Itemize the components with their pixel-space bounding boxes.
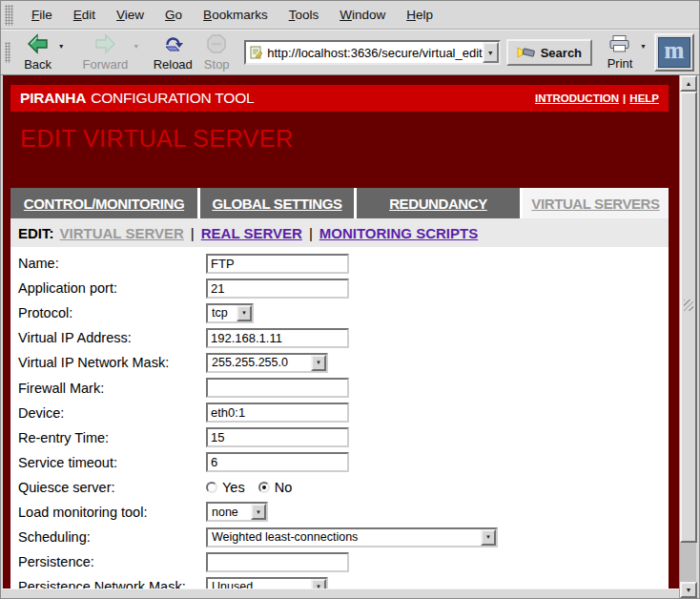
url-input[interactable]: http://localhost:3636/secure/virtual_edi… [267, 46, 482, 60]
select-value-sched: Weighted least-connections [212, 530, 481, 544]
select-sched[interactable]: Weighted least-connections▼ [206, 527, 498, 547]
input-timeout[interactable]: 6 [206, 452, 349, 472]
select-value-protocol: tcp [212, 306, 237, 320]
select-loadmon[interactable]: none▼ [206, 502, 268, 522]
menu-bookmarks[interactable]: Bookmarks [193, 8, 278, 22]
print-dropdown-caret-icon[interactable]: ▼ [640, 43, 647, 50]
scrollbar-thumb[interactable] [680, 92, 697, 543]
input-value-name: FTP [211, 257, 235, 271]
select-value-loadmon: none [212, 506, 251, 519]
forward-button[interactable]: Forward [78, 32, 134, 72]
reload-button[interactable]: Reload [153, 32, 193, 72]
banner-link-help[interactable]: HELP [629, 93, 659, 104]
input-vip[interactable]: 192.168.1.11 [206, 328, 349, 348]
radio-label-no: No [275, 480, 293, 495]
input-port[interactable]: 21 [206, 279, 349, 299]
stop-label: Stop [204, 58, 230, 72]
subnav-links: VIRTUAL SERVER|REAL SERVER|MONITORING SC… [60, 225, 479, 241]
menu-file[interactable]: File [21, 8, 63, 22]
toolbar-grip-handle[interactable] [5, 42, 10, 63]
back-button[interactable]: Back [18, 32, 58, 72]
menu-go[interactable]: Go [154, 8, 193, 22]
subnav: EDIT: VIRTUAL SERVER|REAL SERVER|MONITOR… [10, 218, 669, 247]
vertical-scrollbar[interactable]: ▲ ▼ [679, 75, 696, 598]
menu-view[interactable]: View [106, 8, 154, 22]
menu-help[interactable]: Help [396, 8, 443, 22]
select-value-vipmask: 255.255.255.0 [212, 356, 311, 369]
url-history-dropdown-icon[interactable]: ▼ [483, 42, 499, 63]
dropdown-arrow-icon[interactable]: ▼ [237, 305, 252, 321]
back-dropdown-caret-icon[interactable]: ▼ [58, 43, 65, 50]
field-label-reentry: Re-entry Time: [18, 430, 206, 445]
input-value-vip: 192.168.1.11 [211, 331, 282, 345]
tab-virtual-servers[interactable]: VIRTUAL SERVERS [523, 188, 669, 218]
forward-dropdown-caret-icon[interactable]: ▼ [133, 43, 139, 50]
tab-redundancy[interactable]: REDUNDANCY [357, 188, 520, 218]
radio-quiesce-yes[interactable] [206, 482, 217, 493]
tab-label: GLOBAL SETTINGS [212, 196, 341, 212]
field-row-protocol: Protocol:tcp▼ [18, 300, 669, 325]
radio-quiesce-no[interactable] [258, 482, 270, 493]
tab-control-monitoring[interactable]: CONTROL/MONITORING [10, 188, 197, 218]
subnav-link-real-server[interactable]: REAL SERVER [201, 225, 302, 241]
input-persist[interactable] [206, 552, 349, 572]
dropdown-arrow-icon[interactable]: ▼ [311, 355, 326, 371]
back-label: Back [24, 58, 51, 72]
menubar-grip-handle[interactable] [5, 5, 13, 26]
radio-label-yes: Yes [222, 480, 245, 495]
window-bottom-strip [1, 589, 681, 598]
field-row-fwmark: Firewall Mark: [18, 375, 669, 400]
subnav-link-monitoring-scripts[interactable]: MONITORING SCRIPTS [319, 225, 478, 241]
radio-group-quiesce: YesNo [206, 480, 305, 495]
piranha-banner: PIRANHA CONFIGURATION TOOL INTRODUCTION|… [10, 85, 669, 112]
viewport-left-edge [1, 75, 3, 589]
field-label-fwmark: Firewall Mark: [18, 381, 206, 396]
field-row-port: Application port:21 [18, 276, 669, 300]
input-device[interactable]: eth0:1 [206, 403, 349, 423]
stop-icon [206, 33, 227, 58]
scrollbar-down-arrow[interactable]: ▼ [680, 582, 697, 598]
url-bar[interactable]: http://localhost:3636/secure/virtual_edi… [244, 40, 500, 65]
input-fwmark[interactable] [206, 378, 349, 398]
bookmark-page-icon[interactable] [250, 46, 263, 59]
print-icon [608, 34, 631, 57]
menu-tools[interactable]: Tools [278, 8, 330, 22]
field-label-persistmask: Persistence Network Mask: [18, 579, 206, 589]
tab-global-settings[interactable]: GLOBAL SETTINGS [200, 188, 354, 218]
stop-button[interactable]: Stop [196, 32, 237, 72]
content-panel: CONTROL/MONITORINGGLOBAL SETTINGSREDUNDA… [10, 188, 669, 589]
tab-bar: CONTROL/MONITORINGGLOBAL SETTINGSREDUNDA… [10, 188, 669, 218]
menu-edit[interactable]: Edit [63, 8, 106, 22]
dropdown-arrow-icon[interactable]: ▼ [251, 504, 266, 520]
forward-button-group: Forward ▼ [78, 32, 148, 72]
field-row-persistmask: Persistence Network Mask:Unused▼ [18, 574, 669, 589]
dropdown-arrow-icon[interactable]: ▼ [311, 579, 326, 589]
field-label-loadmon: Load monitoring tool: [18, 505, 206, 520]
field-row-sched: Scheduling:Weighted least-connections▼ [18, 525, 669, 549]
field-label-persist: Persistence: [18, 554, 206, 569]
forward-label: Forward [83, 58, 129, 72]
subnav-link-virtual-server[interactable]: VIRTUAL SERVER [60, 225, 184, 241]
dropdown-arrow-icon[interactable]: ▼ [481, 529, 496, 546]
scrollbar-up-arrow[interactable]: ▲ [680, 75, 697, 92]
field-row-timeout: Service timeout:6 [18, 450, 669, 475]
select-vipmask[interactable]: 255.255.255.0▼ [206, 353, 328, 373]
field-row-reentry: Re-entry Time:15 [18, 425, 669, 450]
navigation-toolbar: Back ▼ Forward ▼ [1, 30, 699, 75]
banner-link-introduction[interactable]: INTRODUCTION [535, 93, 619, 104]
virtual-server-form: Name:FTPApplication port:21Protocol:tcp▼… [10, 247, 669, 589]
print-button[interactable]: Print [600, 33, 640, 72]
select-protocol[interactable]: tcp▼ [206, 303, 254, 323]
field-row-name: Name:FTP [18, 251, 669, 276]
page-content: PIRANHA CONFIGURATION TOOL INTRODUCTION|… [3, 75, 681, 589]
field-row-vip: Virtual IP Address:192.168.1.11 [18, 325, 669, 350]
field-label-name: Name: [18, 256, 206, 271]
input-name[interactable]: FTP [206, 254, 349, 274]
banner-links: INTRODUCTION|HELP [535, 93, 659, 104]
menu-window[interactable]: Window [329, 8, 396, 22]
search-button[interactable]: Search [506, 39, 592, 66]
tab-label: CONTROL/MONITORING [24, 196, 184, 212]
select-persistmask[interactable]: Unused▼ [206, 577, 328, 589]
mozilla-logo-button[interactable]: m [654, 33, 694, 72]
input-reentry[interactable]: 15 [206, 427, 349, 447]
